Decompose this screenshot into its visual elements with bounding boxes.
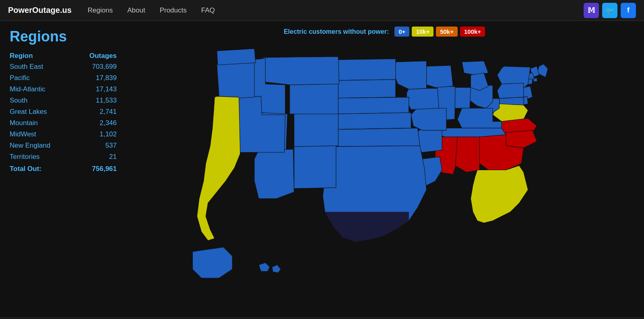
navbar: PowerOutage.us Regions About Products FA… [0, 0, 644, 21]
svg-marker-9 [524, 96, 528, 105]
region-outages: 21 [74, 151, 117, 163]
svg-marker-35 [338, 113, 411, 130]
sidebar: Regions Region Outages South East 703,69… [0, 21, 125, 317]
footer: ©2024 - Bluefire Studios LLC | Privacy P… [0, 317, 644, 319]
svg-marker-14 [462, 61, 488, 75]
region-row[interactable]: Mountain 2,346 [10, 117, 117, 129]
region-row[interactable]: South 11,533 [10, 95, 117, 106]
region-outages: 537 [74, 140, 117, 151]
region-row[interactable]: New England 537 [10, 140, 117, 151]
nav-regions[interactable]: Regions [88, 6, 113, 14]
mastodon-button[interactable]: 𝕄 [584, 3, 599, 18]
main-content: Regions Region Outages South East 703,69… [0, 21, 644, 317]
svg-marker-28 [411, 108, 446, 130]
usa-map-container[interactable] [125, 40, 644, 317]
svg-marker-39 [294, 113, 339, 146]
region-name: Mid-Atlantic [10, 84, 74, 95]
region-outages: 17,839 [74, 72, 117, 84]
usa-map-svg[interactable] [125, 40, 640, 313]
region-outages: 2,346 [74, 117, 117, 129]
legend-prefix: Electric customers without power: [284, 28, 389, 35]
region-outages: 17,143 [74, 84, 117, 95]
region-row[interactable]: MidWest 1,102 [10, 129, 117, 140]
svg-marker-47 [217, 49, 256, 65]
region-name: Territories [10, 151, 74, 163]
legend-bar: Electric customers without power: 0+ 10k… [125, 21, 644, 40]
region-name: Mountain [10, 117, 74, 129]
region-table: Region Outages South East 703,699 Pacifi… [10, 51, 117, 175]
region-outages: 703,699 [74, 61, 117, 72]
region-total-row: Total Out: 756,961 [10, 163, 117, 175]
sidebar-title: Regions [10, 28, 117, 45]
map-area: Electric customers without power: 0+ 10k… [125, 21, 644, 317]
svg-marker-36 [338, 128, 420, 146]
site-logo[interactable]: PowerOutage.us [8, 6, 72, 15]
legend-chip-10k: 10k+ [412, 27, 433, 37]
twitter-button[interactable]: 🐦 [602, 3, 617, 18]
region-row[interactable]: Great Lakes 2,741 [10, 106, 117, 117]
social-links: 𝕄 🐦 f [584, 3, 636, 18]
region-name: Great Lakes [10, 106, 74, 117]
legend-chip-100k: 100k+ [460, 27, 485, 37]
svg-marker-44 [254, 149, 294, 199]
region-outages: 2,741 [74, 106, 117, 117]
svg-marker-41 [263, 57, 339, 85]
region-outages: 1,102 [74, 129, 117, 140]
legend-chip-50k: 50k+ [436, 27, 458, 37]
total-label: Total Out: [10, 163, 74, 175]
nav-about[interactable]: About [127, 6, 145, 14]
svg-marker-8 [497, 83, 524, 98]
nav-faq[interactable]: FAQ [201, 6, 215, 14]
svg-marker-46 [217, 62, 254, 98]
region-outages: 11,533 [74, 95, 117, 106]
region-row[interactable]: Pacific 17,839 [10, 72, 117, 84]
nav-products[interactable]: Products [160, 6, 187, 14]
total-value: 756,961 [74, 163, 117, 175]
region-name: South [10, 95, 74, 106]
region-row[interactable]: Mid-Atlantic 17,143 [10, 84, 117, 95]
svg-marker-29 [407, 88, 439, 110]
region-name: New England [10, 140, 74, 151]
facebook-button[interactable]: f [621, 3, 636, 18]
svg-marker-49 [192, 247, 232, 278]
svg-marker-34 [338, 97, 409, 114]
svg-marker-33 [338, 80, 396, 98]
region-name: Pacific [10, 72, 74, 84]
region-name: MidWest [10, 129, 74, 140]
svg-marker-32 [338, 59, 396, 80]
legend-chip-0plus: 0+ [394, 27, 409, 37]
nav-links: Regions About Products FAQ [88, 6, 584, 14]
region-row[interactable]: Territories 21 [10, 151, 117, 163]
region-row[interactable]: South East 703,699 [10, 61, 117, 72]
svg-marker-40 [290, 83, 339, 114]
svg-marker-16 [453, 87, 471, 108]
region-name: South East [10, 61, 74, 72]
col-header-outages: Outages [74, 51, 117, 61]
svg-marker-38 [294, 146, 336, 188]
col-header-region: Region [10, 51, 74, 61]
